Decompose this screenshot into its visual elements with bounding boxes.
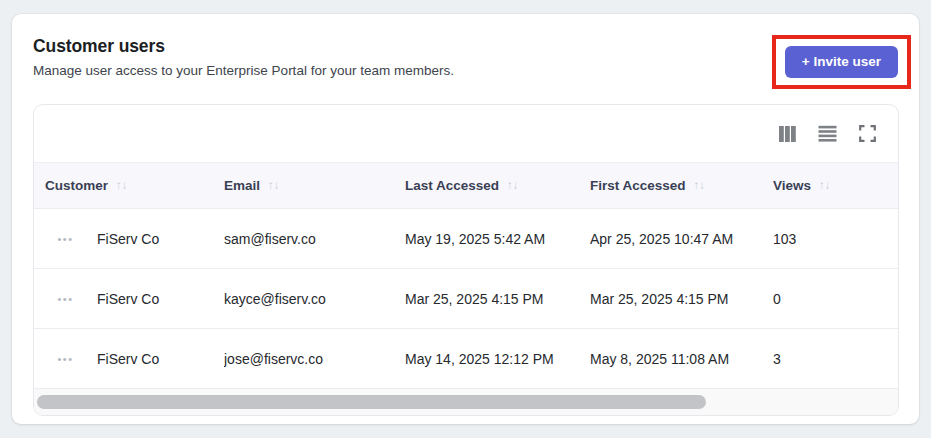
column-header[interactable]: Customer ↑↓ [45, 178, 224, 193]
cell-first-accessed: May 8, 2025 11:08 AM [590, 351, 773, 367]
column-header-label: Customer [45, 178, 108, 193]
columns-icon[interactable] [778, 124, 797, 143]
horizontal-scrollbar-thumb[interactable] [37, 395, 706, 409]
page-title: Customer users [33, 36, 899, 57]
fullscreen-icon[interactable] [858, 124, 877, 143]
cell-customer: FiServ Co [97, 351, 224, 367]
row-menu-icon[interactable]: ••• [55, 229, 75, 249]
column-header[interactable]: Last Accessed ↑↓ [405, 178, 590, 193]
cell-email: kayce@fiserv.co [224, 291, 405, 307]
annotation-highlight-box: + Invite user [772, 35, 911, 89]
column-header-label: Email [224, 178, 260, 193]
row-actions-cell: ••• [34, 229, 97, 249]
table-body: ••• FiServ Co sam@fiserv.co May 19, 2025… [34, 208, 898, 388]
row-menu-icon[interactable]: ••• [55, 349, 75, 369]
customer-users-card: Customer users Manage user access to you… [12, 14, 919, 424]
page-subtitle: Manage user access to your Enterprise Po… [33, 63, 899, 78]
cell-first-accessed: Mar 25, 2025 4:15 PM [590, 291, 773, 307]
cell-views: 0 [773, 291, 898, 307]
cell-views: 103 [773, 231, 898, 247]
cell-customer: FiServ Co [97, 291, 224, 307]
horizontal-scrollbar-track[interactable] [34, 388, 898, 415]
table-row[interactable]: ••• FiServ Co sam@fiserv.co May 19, 2025… [34, 208, 898, 268]
sort-icon[interactable]: ↑↓ [507, 180, 519, 192]
users-table: Customer ↑↓ Email ↑↓ Last Accessed ↑↓ Fi… [33, 104, 899, 416]
table-row[interactable]: ••• FiServ Co kayce@fiserv.co Mar 25, 20… [34, 268, 898, 328]
cell-last-accessed: May 19, 2025 5:42 AM [405, 231, 590, 247]
row-density-icon[interactable] [818, 124, 837, 143]
column-header-label: First Accessed [590, 178, 686, 193]
column-header[interactable]: First Accessed ↑↓ [590, 178, 773, 193]
column-header[interactable]: Email ↑↓ [224, 178, 405, 193]
sort-icon[interactable]: ↑↓ [116, 180, 128, 192]
cell-customer: FiServ Co [97, 231, 224, 247]
cell-email: jose@fiservc.co [224, 351, 405, 367]
column-header-label: Views [773, 178, 811, 193]
row-menu-icon[interactable]: ••• [55, 289, 75, 309]
cell-views: 3 [773, 351, 898, 367]
column-header[interactable]: Views ↑↓ [773, 178, 898, 193]
table-toolbar [34, 105, 898, 162]
cell-last-accessed: Mar 25, 2025 4:15 PM [405, 291, 590, 307]
sort-icon[interactable]: ↑↓ [819, 180, 831, 192]
cell-last-accessed: May 14, 2025 12:12 PM [405, 351, 590, 367]
table-row[interactable]: ••• FiServ Co jose@fiservc.co May 14, 20… [34, 328, 898, 388]
row-actions-cell: ••• [34, 349, 97, 369]
column-header-label: Last Accessed [405, 178, 499, 193]
row-actions-cell: ••• [34, 289, 97, 309]
cell-first-accessed: Apr 25, 2025 10:47 AM [590, 231, 773, 247]
sort-icon[interactable]: ↑↓ [268, 180, 280, 192]
sort-icon[interactable]: ↑↓ [694, 180, 706, 192]
invite-user-button[interactable]: + Invite user [785, 46, 898, 78]
table-header-row: Customer ↑↓ Email ↑↓ Last Accessed ↑↓ Fi… [34, 162, 898, 208]
cell-email: sam@fiserv.co [224, 231, 405, 247]
